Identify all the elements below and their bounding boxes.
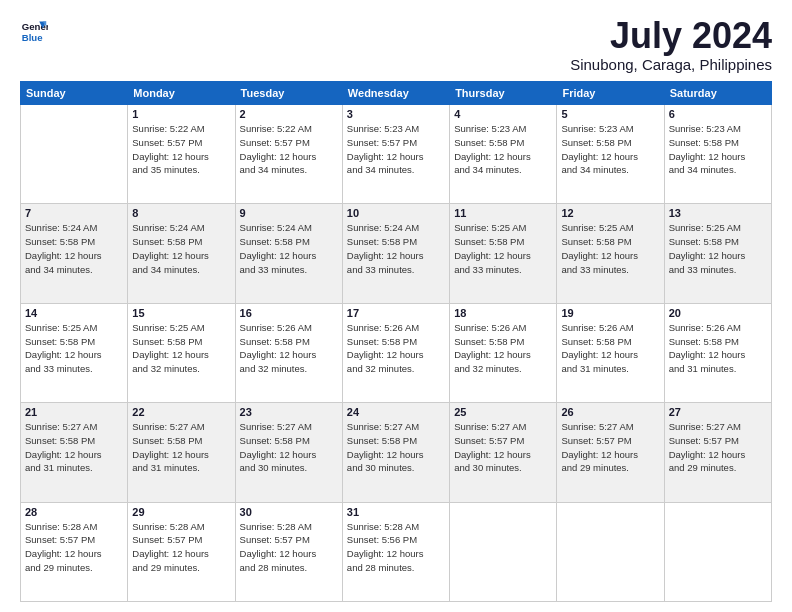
- day-number: 2: [240, 108, 338, 120]
- svg-text:Blue: Blue: [22, 32, 43, 43]
- day-info: Sunrise: 5:26 AMSunset: 5:58 PMDaylight:…: [454, 321, 552, 376]
- day-info: Sunrise: 5:27 AMSunset: 5:58 PMDaylight:…: [132, 420, 230, 475]
- calendar-cell: 29Sunrise: 5:28 AMSunset: 5:57 PMDayligh…: [128, 502, 235, 601]
- calendar-cell: 14Sunrise: 5:25 AMSunset: 5:58 PMDayligh…: [21, 303, 128, 402]
- day-number: 12: [561, 207, 659, 219]
- calendar-week-row: 28Sunrise: 5:28 AMSunset: 5:57 PMDayligh…: [21, 502, 772, 601]
- day-info: Sunrise: 5:25 AMSunset: 5:58 PMDaylight:…: [561, 221, 659, 276]
- day-number: 22: [132, 406, 230, 418]
- calendar-cell: 3Sunrise: 5:23 AMSunset: 5:57 PMDaylight…: [342, 105, 449, 204]
- location-subtitle: Sinubong, Caraga, Philippines: [570, 56, 772, 73]
- day-number: 17: [347, 307, 445, 319]
- calendar-cell: 6Sunrise: 5:23 AMSunset: 5:58 PMDaylight…: [664, 105, 771, 204]
- day-number: 15: [132, 307, 230, 319]
- day-number: 23: [240, 406, 338, 418]
- calendar-cell: 15Sunrise: 5:25 AMSunset: 5:58 PMDayligh…: [128, 303, 235, 402]
- title-area: July 2024 Sinubong, Caraga, Philippines: [570, 18, 772, 73]
- calendar-col-header: Sunday: [21, 82, 128, 105]
- day-number: 20: [669, 307, 767, 319]
- day-number: 26: [561, 406, 659, 418]
- day-number: 31: [347, 506, 445, 518]
- day-number: 16: [240, 307, 338, 319]
- day-info: Sunrise: 5:27 AMSunset: 5:57 PMDaylight:…: [669, 420, 767, 475]
- calendar-cell: 13Sunrise: 5:25 AMSunset: 5:58 PMDayligh…: [664, 204, 771, 303]
- day-info: Sunrise: 5:23 AMSunset: 5:58 PMDaylight:…: [561, 122, 659, 177]
- day-number: 14: [25, 307, 123, 319]
- month-title: July 2024: [570, 18, 772, 54]
- calendar-cell: [21, 105, 128, 204]
- calendar-week-row: 14Sunrise: 5:25 AMSunset: 5:58 PMDayligh…: [21, 303, 772, 402]
- day-number: 30: [240, 506, 338, 518]
- day-number: 21: [25, 406, 123, 418]
- calendar-cell: [450, 502, 557, 601]
- calendar-week-row: 7Sunrise: 5:24 AMSunset: 5:58 PMDaylight…: [21, 204, 772, 303]
- day-info: Sunrise: 5:25 AMSunset: 5:58 PMDaylight:…: [25, 321, 123, 376]
- day-info: Sunrise: 5:22 AMSunset: 5:57 PMDaylight:…: [240, 122, 338, 177]
- day-number: 6: [669, 108, 767, 120]
- day-number: 29: [132, 506, 230, 518]
- calendar-cell: 20Sunrise: 5:26 AMSunset: 5:58 PMDayligh…: [664, 303, 771, 402]
- calendar-col-header: Saturday: [664, 82, 771, 105]
- day-info: Sunrise: 5:24 AMSunset: 5:58 PMDaylight:…: [132, 221, 230, 276]
- day-info: Sunrise: 5:24 AMSunset: 5:58 PMDaylight:…: [25, 221, 123, 276]
- calendar-cell: 24Sunrise: 5:27 AMSunset: 5:58 PMDayligh…: [342, 403, 449, 502]
- day-info: Sunrise: 5:24 AMSunset: 5:58 PMDaylight:…: [347, 221, 445, 276]
- calendar-cell: 4Sunrise: 5:23 AMSunset: 5:58 PMDaylight…: [450, 105, 557, 204]
- calendar-cell: 8Sunrise: 5:24 AMSunset: 5:58 PMDaylight…: [128, 204, 235, 303]
- day-number: 24: [347, 406, 445, 418]
- calendar-week-row: 1Sunrise: 5:22 AMSunset: 5:57 PMDaylight…: [21, 105, 772, 204]
- calendar-cell: 10Sunrise: 5:24 AMSunset: 5:58 PMDayligh…: [342, 204, 449, 303]
- day-number: 13: [669, 207, 767, 219]
- day-info: Sunrise: 5:26 AMSunset: 5:58 PMDaylight:…: [240, 321, 338, 376]
- calendar-cell: 26Sunrise: 5:27 AMSunset: 5:57 PMDayligh…: [557, 403, 664, 502]
- calendar-col-header: Thursday: [450, 82, 557, 105]
- day-info: Sunrise: 5:27 AMSunset: 5:57 PMDaylight:…: [454, 420, 552, 475]
- day-number: 28: [25, 506, 123, 518]
- day-info: Sunrise: 5:26 AMSunset: 5:58 PMDaylight:…: [347, 321, 445, 376]
- day-info: Sunrise: 5:28 AMSunset: 5:57 PMDaylight:…: [25, 520, 123, 575]
- day-number: 27: [669, 406, 767, 418]
- calendar-col-header: Tuesday: [235, 82, 342, 105]
- calendar-week-row: 21Sunrise: 5:27 AMSunset: 5:58 PMDayligh…: [21, 403, 772, 502]
- day-number: 10: [347, 207, 445, 219]
- day-info: Sunrise: 5:26 AMSunset: 5:58 PMDaylight:…: [561, 321, 659, 376]
- calendar-col-header: Friday: [557, 82, 664, 105]
- day-number: 9: [240, 207, 338, 219]
- day-number: 4: [454, 108, 552, 120]
- day-info: Sunrise: 5:27 AMSunset: 5:57 PMDaylight:…: [561, 420, 659, 475]
- calendar-cell: [664, 502, 771, 601]
- day-info: Sunrise: 5:22 AMSunset: 5:57 PMDaylight:…: [132, 122, 230, 177]
- day-info: Sunrise: 5:23 AMSunset: 5:57 PMDaylight:…: [347, 122, 445, 177]
- day-number: 1: [132, 108, 230, 120]
- calendar-cell: 23Sunrise: 5:27 AMSunset: 5:58 PMDayligh…: [235, 403, 342, 502]
- day-number: 3: [347, 108, 445, 120]
- day-info: Sunrise: 5:25 AMSunset: 5:58 PMDaylight:…: [454, 221, 552, 276]
- day-number: 7: [25, 207, 123, 219]
- page: General Blue July 2024 Sinubong, Caraga,…: [0, 0, 792, 612]
- day-info: Sunrise: 5:26 AMSunset: 5:58 PMDaylight:…: [669, 321, 767, 376]
- calendar-cell: [557, 502, 664, 601]
- day-info: Sunrise: 5:28 AMSunset: 5:57 PMDaylight:…: [240, 520, 338, 575]
- day-number: 11: [454, 207, 552, 219]
- calendar-cell: 1Sunrise: 5:22 AMSunset: 5:57 PMDaylight…: [128, 105, 235, 204]
- day-info: Sunrise: 5:27 AMSunset: 5:58 PMDaylight:…: [240, 420, 338, 475]
- day-info: Sunrise: 5:24 AMSunset: 5:58 PMDaylight:…: [240, 221, 338, 276]
- day-info: Sunrise: 5:28 AMSunset: 5:57 PMDaylight:…: [132, 520, 230, 575]
- calendar-cell: 21Sunrise: 5:27 AMSunset: 5:58 PMDayligh…: [21, 403, 128, 502]
- day-number: 19: [561, 307, 659, 319]
- header: General Blue July 2024 Sinubong, Caraga,…: [20, 18, 772, 73]
- day-info: Sunrise: 5:28 AMSunset: 5:56 PMDaylight:…: [347, 520, 445, 575]
- calendar-cell: 7Sunrise: 5:24 AMSunset: 5:58 PMDaylight…: [21, 204, 128, 303]
- day-number: 8: [132, 207, 230, 219]
- calendar-cell: 17Sunrise: 5:26 AMSunset: 5:58 PMDayligh…: [342, 303, 449, 402]
- day-number: 25: [454, 406, 552, 418]
- calendar-cell: 9Sunrise: 5:24 AMSunset: 5:58 PMDaylight…: [235, 204, 342, 303]
- calendar-cell: 2Sunrise: 5:22 AMSunset: 5:57 PMDaylight…: [235, 105, 342, 204]
- calendar-cell: 12Sunrise: 5:25 AMSunset: 5:58 PMDayligh…: [557, 204, 664, 303]
- calendar-cell: 5Sunrise: 5:23 AMSunset: 5:58 PMDaylight…: [557, 105, 664, 204]
- calendar-table: SundayMondayTuesdayWednesdayThursdayFrid…: [20, 81, 772, 602]
- day-info: Sunrise: 5:25 AMSunset: 5:58 PMDaylight:…: [669, 221, 767, 276]
- calendar-cell: 27Sunrise: 5:27 AMSunset: 5:57 PMDayligh…: [664, 403, 771, 502]
- calendar-header-row: SundayMondayTuesdayWednesdayThursdayFrid…: [21, 82, 772, 105]
- calendar-cell: 18Sunrise: 5:26 AMSunset: 5:58 PMDayligh…: [450, 303, 557, 402]
